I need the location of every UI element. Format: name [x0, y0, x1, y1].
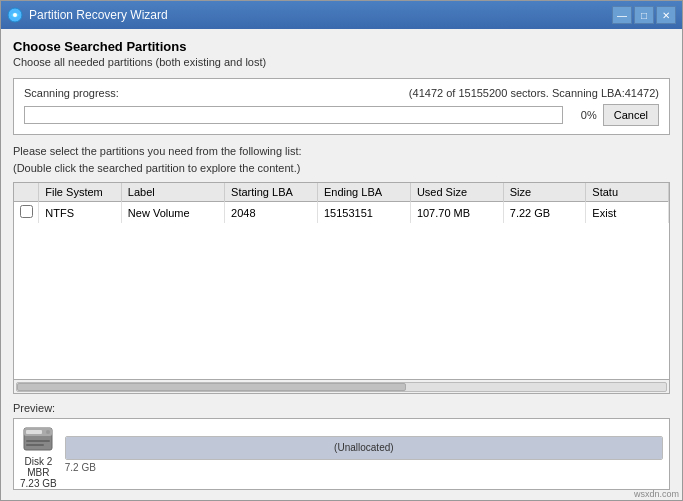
col-header-used-size: Used Size [410, 183, 503, 202]
scan-box: Scanning progress: (41472 of 15155200 se… [13, 78, 670, 135]
scan-label: Scanning progress: [24, 87, 119, 99]
col-header-starting-lba: Starting LBA [225, 183, 318, 202]
disk-name: Disk 2 [24, 456, 52, 467]
page-subtitle: Choose all needed partitions (both exist… [13, 56, 670, 68]
instruction-line2: (Double click the searched partition to … [13, 160, 670, 177]
disk-type: MBR [27, 467, 49, 478]
cell-ending-lba: 15153151 [317, 202, 410, 224]
horizontal-scrollbar[interactable] [16, 382, 667, 392]
scrollbar-thumb [17, 383, 406, 391]
instruction-line1: Please select the partitions you need fr… [13, 143, 670, 160]
cell-check[interactable] [14, 202, 39, 224]
table-header-row: File System Label Starting LBA Ending LB… [14, 183, 669, 202]
horizontal-scrollbar-area [14, 379, 669, 393]
col-header-label: Label [121, 183, 224, 202]
table-scroll[interactable]: File System Label Starting LBA Ending LB… [14, 183, 669, 379]
progress-row: 0% Cancel [24, 104, 659, 126]
cell-starting-lba: 2048 [225, 202, 318, 224]
svg-rect-4 [26, 430, 42, 434]
app-icon [7, 7, 23, 23]
partition-table-container: File System Label Starting LBA Ending LB… [13, 182, 670, 394]
svg-rect-6 [26, 440, 50, 442]
col-header-ending-lba: Ending LBA [317, 183, 410, 202]
cell-used-size: 107.70 MB [410, 202, 503, 224]
disk-segment: (Unallocated) [66, 437, 662, 459]
close-button[interactable]: ✕ [656, 6, 676, 24]
title-bar: Partition Recovery Wizard — □ ✕ [1, 1, 682, 29]
window-controls: — □ ✕ [612, 6, 676, 24]
disk-size: 7.23 GB [20, 478, 57, 489]
svg-rect-7 [26, 444, 44, 446]
cell-status: Exist [586, 202, 669, 224]
preview-section: Preview: Disk 2 MBR 7.23 GB [13, 402, 670, 490]
svg-point-5 [46, 430, 50, 434]
table-row[interactable]: NTFS New Volume 2048 15153151 107.70 MB … [14, 202, 669, 224]
col-header-filesystem: File System [39, 183, 122, 202]
col-header-size: Size [503, 183, 586, 202]
segment-label: (Unallocated) [334, 442, 393, 453]
preview-label: Preview: [13, 402, 670, 414]
svg-point-1 [13, 13, 17, 17]
instructions: Please select the partitions you need fr… [13, 143, 670, 176]
main-window: Partition Recovery Wizard — □ ✕ Choose S… [0, 0, 683, 501]
progress-percent: 0% [569, 109, 597, 121]
scan-info: (41472 of 15155200 sectors. Scanning LBA… [409, 87, 659, 99]
main-content: Choose Searched Partitions Choose all ne… [1, 29, 682, 500]
segment-size: 7.2 GB [65, 462, 663, 473]
minimize-button[interactable]: — [612, 6, 632, 24]
scan-info-row: Scanning progress: (41472 of 15155200 se… [24, 87, 659, 99]
window-title: Partition Recovery Wizard [29, 8, 612, 22]
col-header-check [14, 183, 39, 202]
partition-table: File System Label Starting LBA Ending LB… [14, 183, 669, 223]
disk-icon [20, 420, 56, 456]
disk-visual: (Unallocated) 7.2 GB [65, 436, 663, 473]
maximize-button[interactable]: □ [634, 6, 654, 24]
col-header-status: Statu [586, 183, 669, 202]
progress-bar [24, 106, 563, 124]
disk-icon-area: Disk 2 MBR 7.23 GB [20, 420, 57, 489]
cell-size: 7.22 GB [503, 202, 586, 224]
disk-bar: (Unallocated) [65, 436, 663, 460]
watermark: wsxdn.com [634, 489, 679, 499]
preview-box: Disk 2 MBR 7.23 GB (Unallocated) 7.2 GB [13, 418, 670, 490]
cancel-button[interactable]: Cancel [603, 104, 659, 126]
cell-filesystem: NTFS [39, 202, 122, 224]
cell-label: New Volume [121, 202, 224, 224]
page-title: Choose Searched Partitions [13, 39, 670, 54]
